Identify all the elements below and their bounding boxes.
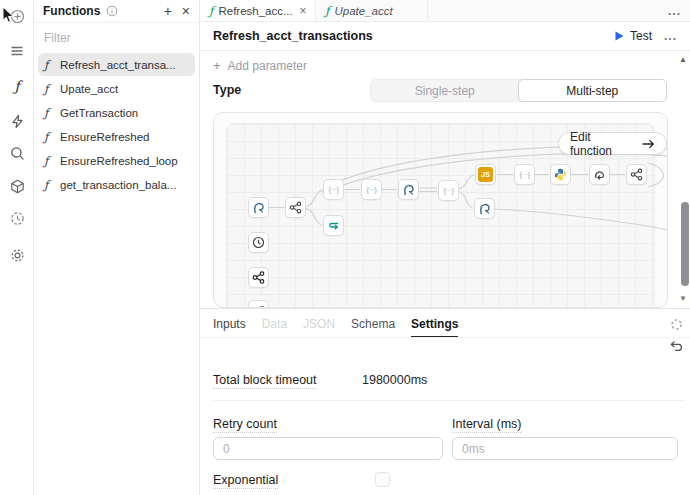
- tabbar-overflow-icon[interactable]: ...: [659, 0, 690, 21]
- function-list-item[interactable]: ƒ Upate_acct: [38, 77, 195, 100]
- app-window: ƒ Functions + ×: [0, 0, 690, 495]
- scroll-up-arrow[interactable]: ▲: [679, 55, 687, 64]
- edit-function-label: Edit function: [570, 130, 635, 158]
- function-list-item[interactable]: ƒ EnsureRefreshed: [38, 125, 195, 148]
- exponential-label: Exponential: [213, 473, 278, 489]
- tab-inputs[interactable]: Inputs: [213, 317, 246, 338]
- function-item-label: EnsureRefreshed: [60, 131, 150, 143]
- share-node[interactable]: [248, 267, 269, 288]
- object-node[interactable]: {···}: [323, 179, 344, 200]
- interval-input[interactable]: [452, 437, 678, 460]
- function-icon: ƒ: [44, 154, 60, 168]
- flow-canvas[interactable]: {···} {···} {···} JS {···}: [213, 112, 668, 308]
- function-list-item[interactable]: ƒ get_transaction_bala...: [38, 173, 195, 196]
- single-step-option[interactable]: Single-step: [371, 80, 519, 101]
- divider: [200, 337, 690, 338]
- function-item-label: Refresh_acct_transa...: [60, 59, 176, 71]
- function-icon: ƒ: [44, 130, 60, 144]
- function-icon: ƒ: [44, 58, 60, 72]
- branch-node[interactable]: [626, 164, 647, 185]
- function-item-label: get_transaction_bala...: [60, 179, 176, 191]
- new-function-button[interactable]: +: [164, 4, 172, 18]
- menu-icon[interactable]: [9, 43, 25, 59]
- functions-panel-title: Functions: [43, 4, 100, 18]
- mouse-cursor: [2, 6, 15, 24]
- add-parameter-button[interactable]: + Add parameter: [213, 58, 307, 73]
- arrow-right-icon: [642, 139, 655, 149]
- schedule-node[interactable]: [248, 232, 269, 253]
- package-icon[interactable]: [9, 178, 25, 194]
- test-button-label: Test: [630, 29, 652, 43]
- scroll-down-arrow[interactable]: ▼: [679, 294, 687, 303]
- function-header: Refresh_acct_transactions Test ...: [200, 22, 690, 51]
- info-icon[interactable]: [106, 5, 118, 17]
- function-item-label: GetTransaction: [60, 107, 138, 119]
- function-icon: ƒ: [44, 106, 60, 120]
- function-title: Refresh_acct_transactions: [213, 29, 373, 43]
- tab-settings[interactable]: Settings: [411, 317, 458, 338]
- function-node[interactable]: ƒ: [248, 300, 269, 308]
- play-icon: [615, 31, 624, 41]
- type-label: Type: [213, 83, 241, 97]
- type-segmented-control: Single-step Multi-step: [370, 79, 667, 102]
- postgres-node[interactable]: [248, 197, 269, 218]
- close-tab-icon[interactable]: ×: [300, 4, 307, 18]
- function-item-label: Upate_acct: [60, 83, 118, 95]
- editor-tabbar: ƒ Refresh_acc... × ƒ Upate_acct ...: [200, 0, 690, 22]
- loading-spinner-icon: [670, 318, 683, 331]
- retry-count-input[interactable]: [213, 437, 443, 460]
- add-parameter-label: Add parameter: [228, 59, 307, 73]
- tab-data[interactable]: Data: [262, 317, 287, 338]
- exponential-checkbox[interactable]: [375, 472, 390, 487]
- retry-count-label: Retry count: [213, 417, 277, 433]
- loop-green-node[interactable]: [323, 215, 344, 236]
- tab-upate-acct[interactable]: ƒ Upate_acct: [316, 0, 428, 21]
- function-item-label: EnsureRefreshed_loop: [60, 155, 178, 167]
- postgres-node[interactable]: [474, 198, 495, 219]
- bottom-panel: Inputs Data JSON Schema Settings Total b…: [200, 308, 690, 495]
- js-badge: JS: [478, 167, 493, 182]
- tab-label: Upate_acct: [334, 5, 392, 17]
- function-icon: ƒ: [44, 82, 60, 96]
- plus-icon: +: [213, 58, 221, 73]
- branch-node[interactable]: [285, 197, 306, 218]
- function-list-item[interactable]: ƒ GetTransaction: [38, 101, 195, 124]
- multi-step-option[interactable]: Multi-step: [518, 79, 668, 102]
- tab-schema[interactable]: Schema: [351, 317, 395, 338]
- more-options-icon[interactable]: ...: [664, 29, 677, 43]
- scrollbar-thumb[interactable]: [681, 202, 689, 286]
- postgres-node[interactable]: [398, 179, 419, 200]
- edit-function-button[interactable]: Edit function: [558, 132, 667, 155]
- tab-json[interactable]: JSON: [303, 317, 335, 338]
- interval-label: Interval (ms): [452, 417, 521, 433]
- function-icon: ƒ: [325, 4, 329, 18]
- functions-panel: Functions + × ƒ Refresh_acct_transa... ƒ…: [34, 0, 200, 495]
- undo-icon[interactable]: [670, 341, 683, 352]
- test-button[interactable]: Test: [615, 29, 652, 43]
- functions-icon[interactable]: ƒ: [9, 78, 25, 94]
- javascript-node[interactable]: JS: [475, 164, 496, 185]
- loop-node[interactable]: [589, 164, 610, 185]
- object-node[interactable]: {···}: [514, 164, 535, 185]
- function-icon: ƒ: [44, 178, 60, 192]
- main-panel: ƒ Refresh_acc... × ƒ Upate_acct ... Refr…: [200, 0, 690, 495]
- function-editor-content: + Add parameter Type Single-step Multi-s…: [200, 51, 690, 308]
- function-icon: ƒ: [209, 4, 213, 18]
- filter-input[interactable]: [34, 27, 199, 49]
- python-node[interactable]: [550, 164, 571, 185]
- object-node[interactable]: {···}: [438, 180, 459, 201]
- settings-gear-icon[interactable]: [9, 247, 25, 263]
- total-block-timeout-value: 1980000ms: [362, 373, 427, 387]
- functions-panel-header: Functions + ×: [34, 0, 199, 23]
- history-icon[interactable]: [9, 210, 25, 226]
- icon-rail: ƒ: [0, 0, 34, 495]
- close-panel-button[interactable]: ×: [182, 4, 190, 18]
- function-list-item[interactable]: ƒ EnsureRefreshed_loop: [38, 149, 195, 172]
- function-list-item[interactable]: ƒ Refresh_acct_transa...: [38, 53, 195, 76]
- functions-list: ƒ Refresh_acct_transa... ƒ Upate_acct ƒ …: [34, 52, 199, 197]
- object-node[interactable]: {···}: [361, 179, 382, 200]
- search-icon[interactable]: [9, 145, 25, 161]
- tab-refresh-acct[interactable]: ƒ Refresh_acc... ×: [200, 0, 316, 21]
- zap-icon[interactable]: [9, 113, 25, 129]
- bottom-tabbar: Inputs Data JSON Schema Settings: [213, 317, 458, 338]
